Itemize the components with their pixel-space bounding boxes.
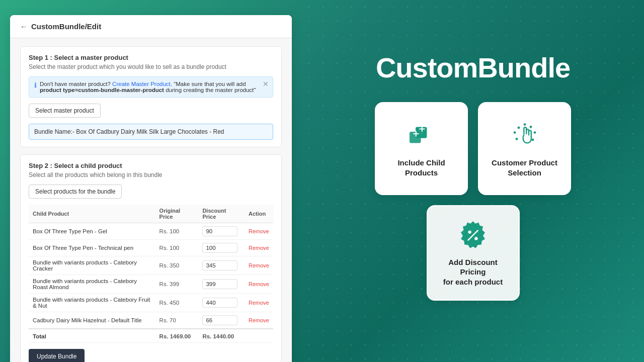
right-panel: CustomBundle Include ChildProducts	[302, 0, 644, 362]
discount-input[interactable]	[202, 243, 237, 253]
discount-input[interactable]	[202, 279, 237, 289]
feature-cards: Include ChildProducts	[322, 102, 624, 311]
svg-point-6	[533, 131, 536, 134]
remove-button[interactable]: Remove	[249, 262, 269, 268]
back-button[interactable]: ←	[20, 23, 27, 31]
step1-title: Step 1 : Select a master product	[29, 54, 273, 61]
discount-price-cell[interactable]	[198, 294, 245, 312]
feature-card-child-products: Include ChildProducts	[375, 102, 468, 195]
feature-card-child-label: Include ChildProducts	[397, 158, 445, 177]
step2-title: Step 2 : Select a child product	[29, 162, 273, 169]
table-row: Box Of Three Type Pen - Gel Rs. 100 Remo…	[29, 223, 273, 240]
step1-description: Select the master product which you woul…	[29, 63, 273, 70]
product-name: Bundle with variants products - Catebory…	[29, 275, 155, 294]
action-cell[interactable]: Remove	[245, 275, 273, 294]
action-cell[interactable]: Remove	[245, 294, 273, 312]
bottom-feature-row: Add Discount Pricingfor each product	[427, 205, 520, 301]
remove-button[interactable]: Remove	[249, 245, 269, 251]
original-price: Rs. 70	[155, 312, 199, 329]
info-text: Don't have master product? Create Master…	[40, 81, 268, 93]
col-header-action: Action	[245, 205, 273, 223]
products-table: Child Product Original Price Discount Pr…	[29, 205, 273, 343]
discount-price-cell[interactable]	[198, 256, 245, 275]
col-header-discount: Discount Price	[198, 205, 245, 223]
step2-section: Step 2 : Select a child product Select a…	[20, 154, 282, 362]
select-products-button[interactable]: Select products for the bundle	[29, 185, 122, 199]
action-cell[interactable]: Remove	[245, 223, 273, 240]
product-name: Cadbury Dairy Milk Hazelnut - Default Ti…	[29, 312, 155, 329]
top-feature-row: Include ChildProducts	[375, 102, 571, 195]
discount-price-cell[interactable]	[198, 223, 245, 240]
discount-price-cell[interactable]	[198, 312, 245, 329]
feature-card-discount: Add Discount Pricingfor each product	[427, 205, 520, 301]
page-title: CustomBundle/Edit	[31, 22, 101, 31]
table-row: Bundle with variants products - Catebory…	[29, 256, 273, 275]
discount-icon	[457, 219, 489, 251]
total-original-price: Rs. 1469.00	[155, 329, 199, 343]
col-header-product: Child Product	[29, 205, 155, 223]
product-name: Bundle with variants products - Catebory…	[29, 256, 155, 275]
original-price: Rs. 100	[155, 240, 199, 256]
discount-input[interactable]	[202, 298, 237, 308]
update-bundle-button[interactable]: Update Bundle	[29, 349, 85, 362]
discount-price-cell[interactable]	[198, 240, 245, 256]
original-price: Rs. 450	[155, 294, 199, 312]
bundle-name-input[interactable]	[29, 124, 273, 140]
discount-input[interactable]	[202, 315, 237, 325]
step2-description: Select all the products which belong in …	[29, 171, 273, 178]
svg-point-4	[515, 138, 518, 140]
svg-point-8	[523, 123, 526, 126]
feature-card-customer-label: Customer ProductSelection	[492, 158, 557, 177]
svg-point-9	[468, 230, 471, 233]
info-icon: ℹ	[34, 81, 37, 89]
customer-selection-icon	[509, 120, 541, 152]
select-master-product-button[interactable]: Select master product	[29, 104, 101, 118]
remove-button[interactable]: Remove	[249, 300, 269, 306]
discount-input[interactable]	[202, 260, 237, 270]
feature-card-customer-selection: Customer ProductSelection	[478, 102, 571, 195]
remove-button[interactable]: Remove	[249, 228, 269, 234]
total-discount-price: Rs. 1440.00	[198, 329, 273, 343]
col-header-original: Original Price	[155, 205, 199, 223]
svg-point-3	[513, 131, 516, 134]
table-row: Cadbury Dairy Milk Hazelnut - Default Ti…	[29, 312, 273, 329]
create-master-product-link[interactable]: Create Master Product	[112, 81, 171, 87]
product-name: Box Of Three Type Pen - Technical pen	[29, 240, 155, 256]
discount-input[interactable]	[202, 226, 237, 236]
brand-title: CustomBundle	[376, 51, 570, 84]
product-name: Bundle with variants products - Catebory…	[29, 294, 155, 312]
total-row: Total Rs. 1469.00 Rs. 1440.00	[29, 329, 273, 343]
product-name: Box Of Three Type Pen - Gel	[29, 223, 155, 240]
info-close-button[interactable]: ✕	[263, 80, 269, 88]
svg-point-5	[529, 126, 532, 128]
step1-section: Step 1 : Select a master product Select …	[20, 46, 282, 147]
info-banner: ℹ Don't have master product? Create Mast…	[29, 76, 273, 98]
table-row: Bundle with variants products - Catebory…	[29, 294, 273, 312]
action-cell[interactable]: Remove	[245, 256, 273, 275]
svg-point-2	[517, 127, 520, 129]
form-header: ← CustomBundle/Edit	[10, 15, 292, 38]
feature-card-discount-label: Add Discount Pricingfor each product	[438, 257, 509, 287]
form-card: ← CustomBundle/Edit Step 1 : Select a ma…	[10, 15, 292, 362]
remove-button[interactable]: Remove	[249, 281, 269, 287]
action-cell[interactable]: Remove	[245, 312, 273, 329]
svg-point-10	[474, 237, 477, 240]
table-row: Box Of Three Type Pen - Technical pen Rs…	[29, 240, 273, 256]
action-cell[interactable]: Remove	[245, 240, 273, 256]
remove-button[interactable]: Remove	[249, 317, 269, 323]
original-price: Rs. 399	[155, 275, 199, 294]
form-body: Step 1 : Select a master product Select …	[10, 38, 292, 362]
left-panel: ← CustomBundle/Edit Step 1 : Select a ma…	[0, 0, 302, 362]
discount-price-cell[interactable]	[198, 275, 245, 294]
svg-point-7	[531, 139, 534, 141]
table-row: Bundle with variants products - Catebory…	[29, 275, 273, 294]
original-price: Rs. 100	[155, 223, 199, 240]
original-price: Rs. 350	[155, 256, 199, 275]
child-products-icon	[406, 120, 438, 152]
total-label: Total	[29, 329, 155, 343]
